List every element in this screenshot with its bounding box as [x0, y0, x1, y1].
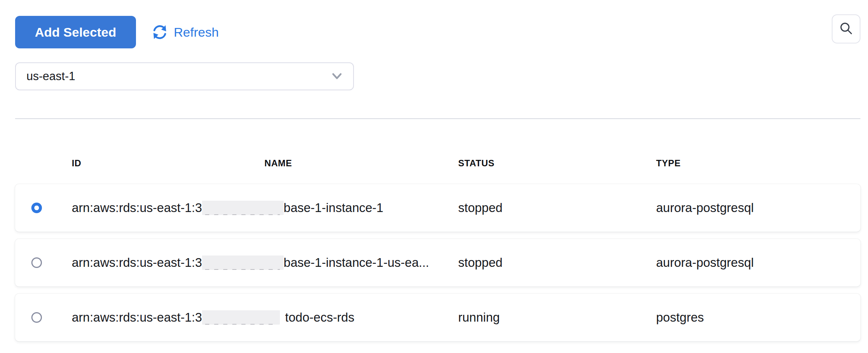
row-id-prefix: arn:aws:rds:us-east-1:3 [72, 255, 202, 270]
column-header-id: ID [72, 158, 264, 169]
column-header-name: NAME [264, 158, 458, 169]
row-status-cell: running [458, 310, 656, 325]
table-header-row: ID NAME STATUS TYPE [15, 153, 860, 174]
row-id-cell: arn:aws:rds:us-east-1:3 base-1-instance-… [72, 201, 458, 215]
row-id-prefix: arn:aws:rds:us-east-1:3 [72, 201, 202, 215]
row-radio-cell [15, 203, 72, 213]
row-radio[interactable] [31, 203, 42, 213]
row-id-prefix: arn:aws:rds:us-east-1:3 [72, 310, 202, 325]
refresh-icon [151, 23, 168, 41]
row-id-suffix: base-1-instance-1-us-ea... [284, 255, 429, 270]
column-header-type: TYPE [656, 158, 860, 169]
table-row[interactable]: arn:aws:rds:us-east-1:3 todo-ecs-rds run… [15, 294, 860, 341]
divider [15, 118, 860, 119]
row-id-suffix: base-1-instance-1 [284, 201, 383, 215]
row-radio-cell [15, 312, 72, 323]
region-dropdown-value: us-east-1 [26, 70, 75, 83]
row-type-cell: aurora-postgresql [656, 201, 860, 215]
add-selected-button[interactable]: Add Selected [15, 16, 136, 48]
row-status-cell: stopped [458, 201, 656, 215]
row-type-cell: postgres [656, 310, 860, 325]
region-dropdown[interactable]: us-east-1 [15, 62, 354, 90]
row-id-cell: arn:aws:rds:us-east-1:3 todo-ecs-rds [72, 310, 458, 325]
row-id-redaction-box [202, 310, 280, 325]
refresh-label: Refresh [174, 25, 219, 40]
row-status-cell: stopped [458, 255, 656, 270]
column-header-status: STATUS [458, 158, 656, 169]
chevron-down-icon [331, 70, 343, 83]
magnifier-icon [838, 20, 854, 37]
row-radio[interactable] [31, 312, 42, 323]
row-id-redaction-box [202, 255, 284, 270]
row-id-suffix: todo-ecs-rds [285, 310, 354, 325]
row-id-redaction-box [202, 201, 284, 215]
resource-picker-panel: Add Selected Refresh us-east-1 [0, 0, 868, 353]
table-row[interactable]: arn:aws:rds:us-east-1:3 base-1-instance-… [15, 184, 860, 232]
search-button[interactable] [832, 14, 860, 43]
table-row[interactable]: arn:aws:rds:us-east-1:3 base-1-instance-… [15, 239, 860, 286]
refresh-button[interactable]: Refresh [151, 16, 219, 48]
row-id-cell: arn:aws:rds:us-east-1:3 base-1-instance-… [72, 255, 458, 270]
row-radio-cell [15, 257, 72, 268]
resource-table-body: arn:aws:rds:us-east-1:3 base-1-instance-… [15, 184, 860, 341]
row-radio[interactable] [31, 257, 42, 268]
row-type-cell: aurora-postgresql [656, 255, 860, 270]
